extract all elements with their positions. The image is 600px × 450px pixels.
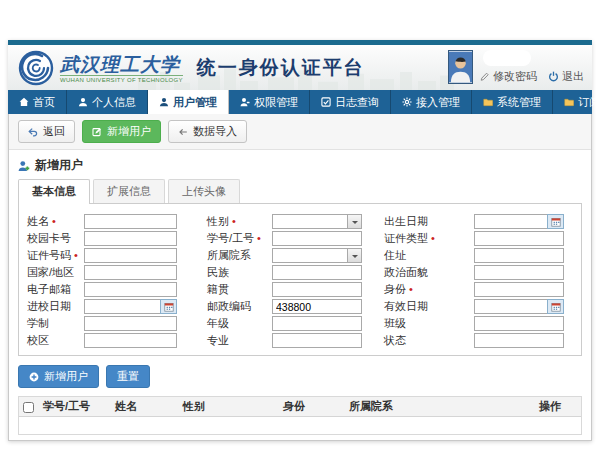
calendar-icon[interactable]: [160, 299, 177, 314]
change-password-label: 修改密码: [493, 69, 537, 84]
nav-item-log-query[interactable]: 日志查询: [310, 90, 391, 114]
select-all-checkbox[interactable]: [23, 402, 34, 413]
valid-date-input[interactable]: [474, 299, 547, 314]
ethnicity-label: 民族: [177, 265, 272, 280]
tab-extended-info[interactable]: 扩展信息: [93, 179, 165, 203]
table-empty-row: [19, 417, 581, 435]
user-table-wrap: 学号/工号姓名性别身份所属院系操作: [18, 396, 582, 435]
department-select[interactable]: [272, 248, 362, 263]
ethnicity-input[interactable]: [272, 265, 362, 280]
section-title: 新增用户: [35, 157, 83, 174]
university-name: 武汉理工大学: [60, 54, 183, 75]
reset-button[interactable]: 重置: [106, 365, 150, 388]
users-icon: [159, 97, 169, 107]
enroll-date-field: [84, 299, 177, 314]
key-user-icon: [240, 97, 250, 107]
logout-link[interactable]: 退出: [548, 69, 584, 84]
nav-item-home[interactable]: 首页: [8, 90, 67, 114]
import-arrow-icon: [178, 127, 188, 137]
data-import-label: 数据导入: [193, 124, 237, 139]
class-input[interactable]: [474, 316, 564, 331]
chevron-down-icon[interactable]: [347, 215, 361, 228]
nav-item-profile[interactable]: 个人信息: [67, 90, 148, 114]
birth-date-label: 出生日期: [362, 214, 474, 229]
required-marker: •: [74, 249, 78, 261]
birth-date-input[interactable]: [474, 214, 547, 229]
id-type-input[interactable]: [474, 231, 564, 246]
power-icon: [548, 71, 559, 82]
form-panel: 姓名•性别•出生日期校园卡号学号/工号•证件类型•证件号码•所属院系住址国家/地…: [18, 204, 582, 356]
header: 武汉理工大学 WUHAN UNIVERSITY OF TECHNOLOGY 统一…: [8, 45, 592, 90]
nav-item-label: 订阅管理: [578, 95, 600, 110]
tab-basic-info[interactable]: 基本信息: [18, 179, 90, 204]
main-nav: 首页个人信息用户管理权限管理日志查询接入管理系统管理订阅管理: [8, 90, 592, 114]
change-password-link[interactable]: 修改密码: [479, 69, 537, 84]
enroll-date-input[interactable]: [84, 299, 160, 314]
back-button[interactable]: 返回: [18, 120, 75, 143]
id-number-input[interactable]: [84, 248, 177, 263]
nav-item-label: 接入管理: [416, 95, 460, 110]
platform-title: 统一身份认证平台: [197, 55, 365, 81]
submit-add-user-button[interactable]: 新增用户: [18, 365, 99, 388]
student-id-label: 学号/工号•: [177, 231, 272, 246]
calendar-icon[interactable]: [547, 214, 564, 229]
email-label: 电子邮箱: [27, 282, 84, 297]
form-tabs: 基本信息扩展信息上传头像: [18, 179, 582, 204]
log-icon: [321, 97, 331, 107]
reset-button-label: 重置: [117, 369, 139, 384]
submit-add-user-label: 新增用户: [44, 369, 88, 384]
data-import-button[interactable]: 数据导入: [168, 120, 247, 143]
study-length-label: 学制: [27, 316, 84, 331]
table-header-actions: 操作: [535, 397, 581, 417]
folder-icon: [483, 97, 493, 107]
university-name-en: WUHAN UNIVERSITY OF TECHNOLOGY: [60, 75, 183, 83]
chevron-down-icon[interactable]: [347, 249, 361, 262]
nav-item-system-mgmt[interactable]: 系统管理: [472, 90, 553, 114]
grade-input[interactable]: [272, 316, 362, 331]
nav-item-user-mgmt[interactable]: 用户管理: [148, 90, 229, 114]
country-region-input[interactable]: [84, 265, 177, 280]
table-header-checkbox-cell: [19, 397, 39, 417]
student-id-input[interactable]: [272, 231, 362, 246]
table-header-row: 学号/工号姓名性别身份所属院系操作: [19, 397, 581, 417]
calendar-icon[interactable]: [547, 299, 564, 314]
nav-item-label: 个人信息: [92, 95, 136, 110]
nav-item-subscription-mgmt[interactable]: 订阅管理: [553, 90, 600, 114]
table-header-student-id: 学号/工号: [39, 397, 111, 417]
native-place-input[interactable]: [272, 282, 362, 297]
nav-item-label: 用户管理: [173, 95, 217, 110]
nav-item-permission-mgmt[interactable]: 权限管理: [229, 90, 310, 114]
status-label: 状态: [362, 333, 474, 348]
required-marker: •: [232, 215, 236, 227]
campus-card-input[interactable]: [84, 231, 177, 246]
tab-upload-avatar[interactable]: 上传头像: [168, 179, 240, 203]
campus-input[interactable]: [84, 333, 177, 348]
table-header-name: 姓名: [111, 397, 179, 417]
email-input[interactable]: [84, 282, 177, 297]
new-form-icon: [92, 127, 102, 137]
address-input[interactable]: [474, 248, 564, 263]
postal-code-input[interactable]: [272, 299, 362, 314]
new-user-form: 姓名•性别•出生日期校园卡号学号/工号•证件类型•证件号码•所属院系住址国家/地…: [23, 213, 577, 349]
political-status-input[interactable]: [474, 265, 564, 280]
valid-date-field: [474, 299, 564, 314]
avatar[interactable]: [448, 50, 473, 84]
name-input[interactable]: [84, 214, 177, 229]
gender-label: 性别•: [177, 214, 272, 229]
nav-item-label: 权限管理: [254, 95, 298, 110]
identity-input[interactable]: [474, 282, 564, 297]
enroll-date-label: 进校日期: [27, 299, 84, 314]
nav-item-access-mgmt[interactable]: 接入管理: [391, 90, 472, 114]
table-header-department: 所属院系: [345, 397, 535, 417]
section-header: 新增用户: [9, 150, 591, 179]
nav-item-label: 日志查询: [335, 95, 379, 110]
grade-label: 年级: [177, 316, 272, 331]
user-table: 学号/工号姓名性别身份所属院系操作: [19, 397, 581, 434]
gender-select[interactable]: [272, 214, 362, 229]
major-label: 专业: [177, 333, 272, 348]
major-input[interactable]: [272, 333, 362, 348]
study-length-input[interactable]: [84, 316, 177, 331]
add-user-toolbar-label: 新增用户: [107, 124, 151, 139]
add-user-toolbar-button[interactable]: 新增用户: [82, 120, 161, 143]
status-input[interactable]: [474, 333, 564, 348]
